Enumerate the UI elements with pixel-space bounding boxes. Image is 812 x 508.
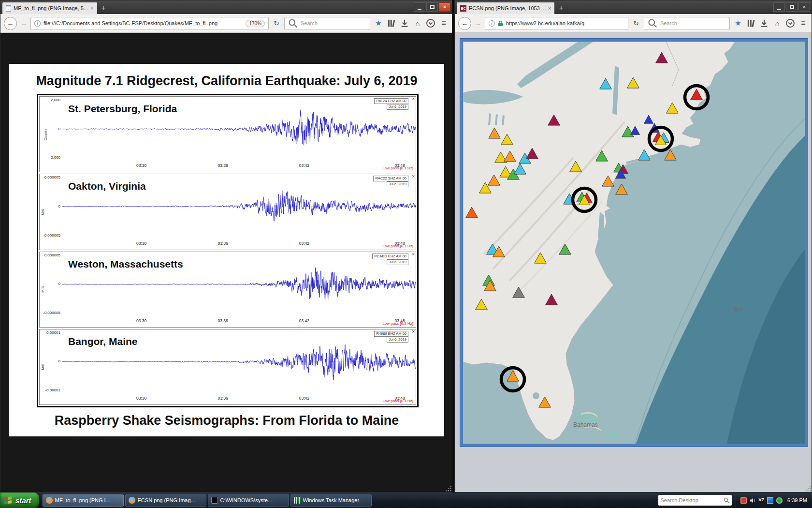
task-label: ME_to_fL.png (PNG I...	[55, 497, 110, 503]
y-axis: M/S 0.00001 0 -0.00001	[40, 329, 62, 404]
resize-grip[interactable]	[445, 485, 451, 492]
x-axis: 03:3003:3603:4203:48	[62, 239, 416, 250]
window-controls: ×	[773, 2, 810, 12]
titlebar[interactable]: ME_to_fL.png (PNG Image, 5... × + ×	[0, 0, 452, 14]
download-icon[interactable]	[400, 18, 409, 28]
page-info-icon[interactable]: i	[34, 20, 41, 27]
tab-close-icon[interactable]: ×	[548, 5, 551, 11]
back-button[interactable]: ←	[458, 17, 471, 30]
url-text: file:///C:/Documents and Settings/BC-ESP…	[44, 20, 243, 26]
desktop: ME_to_fL.png (PNG Image, 5... × + × ← → …	[0, 0, 812, 508]
taskbar-task-button[interactable]: C:\WINDOWS\syste...	[208, 494, 289, 507]
tab-close-icon[interactable]: ×	[90, 5, 93, 11]
waveform-trace	[62, 344, 416, 380]
map-label: Bahamas	[573, 421, 598, 428]
url-text: https://www2.bc.edu/alan-kafka/q	[506, 20, 624, 26]
x-tick: 03:42	[299, 396, 309, 401]
maximize-button[interactable]	[786, 2, 798, 12]
y-tick-zero: 0	[58, 359, 60, 364]
figure-caption: Raspberry Shake Seismographs: From Flori…	[9, 413, 444, 428]
station-map-image[interactable]: BahamasBer	[460, 39, 808, 447]
titlebar[interactable]: BC ECSN.png (PNG Image, 1053 ... × + ×	[455, 0, 812, 14]
forward-button[interactable]: →	[475, 19, 481, 27]
network-icon[interactable]	[767, 497, 773, 504]
firefox-icon	[129, 497, 135, 504]
taskmgr-icon	[294, 497, 301, 504]
lock-icon	[498, 20, 503, 27]
new-tab-button[interactable]: +	[554, 3, 567, 12]
forward-button[interactable]: →	[20, 19, 27, 27]
search-bar[interactable]: Search	[644, 17, 730, 30]
browser-window-right: BC ECSN.png (PNG Image, 1053 ... × + × ←…	[454, 0, 812, 493]
x-tick: 03:30	[136, 318, 146, 323]
station-date: Jul 6, 2019	[387, 337, 408, 343]
search-bar[interactable]: Search	[284, 17, 370, 30]
library-icon[interactable]	[746, 18, 756, 28]
antivirus-tray-icon[interactable]	[740, 497, 747, 504]
bc-favicon: BC	[460, 5, 466, 12]
menu-icon[interactable]: ≡	[798, 18, 808, 28]
search-icon	[288, 18, 298, 28]
zoom-indicator[interactable]: 170%	[246, 20, 265, 27]
y-axis-unit: M/S	[41, 209, 44, 215]
menu-icon[interactable]: ≡	[439, 18, 449, 28]
pocket-icon[interactable]	[785, 18, 795, 28]
y-tick-max: 0.000005	[44, 253, 60, 258]
address-bar[interactable]: i https://www2.bc.edu/alan-kafka/q	[485, 17, 628, 30]
task-buttons: ME_to_fL.png (PNG I...ECSN.png (PNG Imag…	[43, 494, 372, 507]
new-tab-button[interactable]: +	[97, 3, 110, 12]
safely-remove-icon[interactable]	[776, 497, 783, 504]
bookmark-star-icon[interactable]: ★	[374, 18, 383, 28]
taskbar-task-button[interactable]: ME_to_fL.png (PNG I...	[43, 494, 124, 507]
seismogram-image[interactable]: Magnitude 7.1 Ridgecrest, California Ear…	[9, 64, 444, 436]
minimize-button[interactable]	[773, 2, 785, 12]
back-button[interactable]: ←	[4, 17, 17, 30]
home-icon[interactable]: ⌂	[413, 18, 422, 28]
taskbar-task-button[interactable]: ECSN.png (PNG Imag...	[125, 494, 206, 507]
close-button[interactable]: ×	[439, 2, 450, 12]
x-axis: 03:3003:3603:4203:48	[62, 161, 416, 172]
resize-grip[interactable]	[805, 485, 811, 492]
taskbar-right: Search Desktop VZ 6:39 PM	[658, 493, 812, 508]
pocket-icon[interactable]	[426, 18, 435, 28]
y-axis-unit: M/S	[41, 286, 44, 293]
start-label: start	[15, 496, 31, 505]
plot-area: Bangor, Maine R4989 EHZ AM 00 Jul 6, 201…	[62, 329, 416, 404]
home-icon[interactable]: ⌂	[772, 18, 782, 28]
tab-title: ME_to_fL.png (PNG Image, 5...	[14, 5, 88, 11]
filter-label: Low pass [0.1 Hz]	[382, 321, 413, 326]
bookmark-star-icon[interactable]: ★	[733, 18, 743, 28]
close-button[interactable]: ×	[798, 2, 810, 12]
vz-access-manager-icon[interactable]: VZ	[759, 497, 765, 504]
x-tick: 03:42	[299, 163, 309, 168]
minimize-button[interactable]	[414, 2, 425, 12]
station-date: Jul 6, 2019	[387, 104, 408, 110]
seismogram-panel-oakton: M/S 0.000005 0 -0.000005 Oakton, Virgini…	[39, 174, 416, 250]
page-info-icon[interactable]: i	[489, 20, 495, 27]
panel-close-icon: ×	[412, 96, 415, 102]
station-name: St. Petersburg, Florida	[68, 103, 177, 115]
search-desktop-input[interactable]: Search Desktop	[658, 495, 732, 506]
x-tick: 03:30	[136, 163, 146, 168]
tab-ecsn[interactable]: BC ECSN.png (PNG Image, 1053 ... ×	[457, 2, 554, 14]
x-tick: 03:30	[136, 396, 146, 401]
reload-button[interactable]: ↻	[632, 19, 640, 27]
maximize-button[interactable]	[426, 2, 438, 12]
volume-icon[interactable]	[750, 497, 756, 504]
y-axis: M/S 0.000005 0 -0.000005	[40, 252, 62, 327]
start-button[interactable]: start	[0, 493, 39, 508]
reload-button[interactable]: ↻	[272, 19, 281, 27]
map-svg: BahamasBer	[463, 42, 805, 444]
task-label: C:\WINDOWS\syste...	[220, 497, 273, 503]
taskbar-clock[interactable]: 6:39 PM	[785, 497, 807, 503]
address-bar[interactable]: i file:///C:/Documents and Settings/BC-E…	[30, 17, 269, 30]
figure-title: Magnitude 7.1 Ridgecrest, California Ear…	[9, 64, 444, 89]
library-icon[interactable]	[387, 18, 396, 28]
console-icon	[211, 497, 218, 504]
taskbar-task-button[interactable]: Windows Task Manager	[290, 494, 372, 507]
search-desktop-placeholder: Search Desktop	[661, 497, 721, 503]
tab-me-to-fl[interactable]: ME_to_fL.png (PNG Image, 5... ×	[2, 2, 97, 14]
y-tick-zero: 0	[58, 282, 60, 286]
nav-toolbar: ← → i https://www2.bc.edu/alan-kafka/q ↻…	[455, 14, 812, 33]
download-icon[interactable]	[759, 18, 769, 28]
